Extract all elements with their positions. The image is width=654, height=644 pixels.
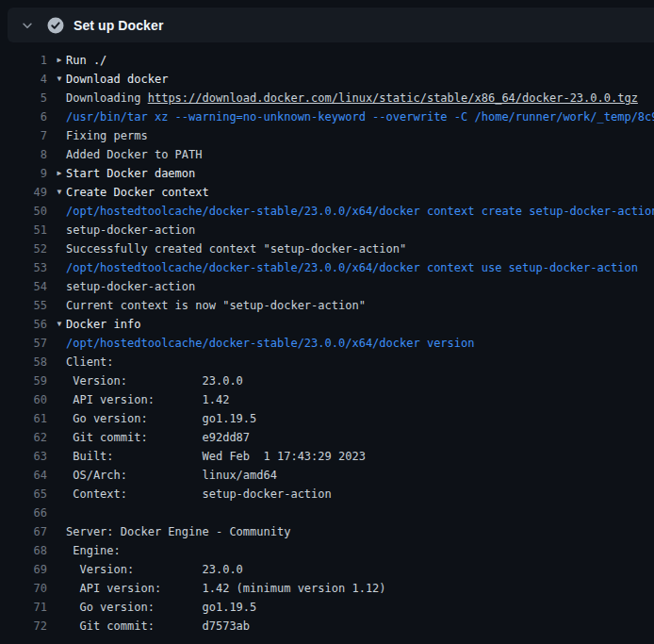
log-line: 6/usr/bin/tar xz --warning=no-unknown-ke… xyxy=(0,107,654,126)
line-number[interactable]: 60 xyxy=(0,390,47,409)
line-number[interactable]: 53 xyxy=(0,258,47,277)
log-line: 59 Version: 23.0.0 xyxy=(0,372,654,390)
group-title[interactable]: Docker info xyxy=(66,315,140,334)
log-link[interactable]: https://download.docker.com/linux/static… xyxy=(148,91,638,105)
line-number[interactable]: 59 xyxy=(0,372,47,390)
line-number[interactable]: 5 xyxy=(0,89,47,107)
step-title: Set up Docker xyxy=(74,18,163,33)
log-group-row[interactable]: 49▼Create Docker context xyxy=(0,183,654,202)
group-collapsed-icon[interactable]: ▶ xyxy=(54,164,65,183)
log-group-row[interactable]: 9▶Start Docker daemon xyxy=(0,164,654,183)
log-text-segment: Git commit: e92dd87 xyxy=(66,431,250,444)
line-number[interactable]: 6 xyxy=(0,107,47,126)
line-number[interactable]: 4 xyxy=(0,70,47,89)
line-number[interactable]: 72 xyxy=(0,617,47,636)
log-line: 55Current context is now "setup-docker-a… xyxy=(0,296,654,315)
line-number[interactable]: 58 xyxy=(0,353,47,372)
log-text-segment: /opt/hostedtoolcache/docker-stable/23.0.… xyxy=(66,205,654,218)
log-text-segment: Fixing perms xyxy=(66,129,148,142)
line-number[interactable]: 55 xyxy=(0,296,47,315)
log-text: Go version: go1.19.5 xyxy=(66,409,256,428)
line-number[interactable]: 8 xyxy=(0,145,47,164)
log-group-row[interactable]: 4▼Download docker xyxy=(0,70,654,89)
log-text: Context: setup-docker-action xyxy=(66,485,332,504)
log-text-segment: Current context is now "setup-docker-act… xyxy=(66,299,366,312)
log-text-segment: Git commit: d7573ab xyxy=(66,619,250,633)
line-number[interactable]: 57 xyxy=(0,334,47,353)
group-title[interactable]: Download docker xyxy=(66,70,168,89)
line-number[interactable]: 56 xyxy=(0,315,47,334)
line-number[interactable]: 71 xyxy=(0,598,47,617)
log-text: Server: Docker Engine - Community xyxy=(66,522,290,541)
line-number[interactable]: 64 xyxy=(0,466,47,485)
log-line: 71 Go version: go1.19.5 xyxy=(0,598,654,617)
line-number[interactable]: 51 xyxy=(0,221,47,239)
log-text-segment: /usr/bin/tar xz --warning=no-unknown-key… xyxy=(66,110,654,124)
log-text: /opt/hostedtoolcache/docker-stable/23.0.… xyxy=(66,258,638,277)
group-expanded-icon[interactable]: ▼ xyxy=(54,315,65,334)
log-text-segment: Engine: xyxy=(66,544,121,557)
log-text-segment: Context: setup-docker-action xyxy=(66,487,332,501)
line-number[interactable]: 52 xyxy=(0,239,47,258)
line-number[interactable]: 65 xyxy=(0,485,47,504)
log-line: 8Added Docker to PATH xyxy=(0,145,654,164)
log-text: Fixing perms xyxy=(66,126,148,145)
log-text: Version: 23.0.0 xyxy=(66,372,243,390)
log-text: Version: 23.0.0 xyxy=(66,560,243,579)
log-line: 58Client: xyxy=(0,353,654,372)
log-text-segment: Go version: go1.19.5 xyxy=(66,412,256,425)
line-number[interactable]: 54 xyxy=(0,277,47,296)
group-title[interactable]: Start Docker daemon xyxy=(66,164,195,183)
log-line: 5Downloading https://download.docker.com… xyxy=(0,89,654,107)
line-number[interactable]: 62 xyxy=(0,428,47,447)
line-number[interactable]: 66 xyxy=(0,504,47,522)
group-expanded-icon[interactable]: ▼ xyxy=(54,70,65,89)
log-text: API version: 1.42 (minimum version 1.12) xyxy=(66,579,386,598)
log-text: OS/Arch: linux/amd64 xyxy=(66,466,277,485)
log-line: 7Fixing perms xyxy=(0,126,654,145)
log-line: 69 Version: 23.0.0 xyxy=(0,560,654,579)
line-number[interactable]: 50 xyxy=(0,202,47,221)
log-text: Added Docker to PATH xyxy=(66,145,203,164)
log-text: Downloading https://download.docker.com/… xyxy=(66,89,638,107)
log-text: Client: xyxy=(66,353,114,372)
line-number[interactable]: 70 xyxy=(0,579,47,598)
log-text: setup-docker-action xyxy=(66,221,195,239)
log-line: 54setup-docker-action xyxy=(0,277,654,296)
log-text: Successfully created context "setup-dock… xyxy=(66,239,406,258)
log-line: 60 API version: 1.42 xyxy=(0,390,654,409)
line-number[interactable]: 1 xyxy=(0,51,47,70)
group-expanded-icon[interactable]: ▼ xyxy=(54,183,65,202)
group-collapsed-icon[interactable]: ▶ xyxy=(54,51,65,70)
log-text-segment: Built: Wed Feb 1 17:43:29 2023 xyxy=(66,450,366,463)
log-text-segment: OS/Arch: linux/amd64 xyxy=(66,469,277,482)
log-line: 66 xyxy=(0,504,654,522)
line-number[interactable]: 7 xyxy=(0,126,47,145)
line-number[interactable]: 49 xyxy=(0,183,47,202)
log-line: 50/opt/hostedtoolcache/docker-stable/23.… xyxy=(0,202,654,221)
log-text-segment: /opt/hostedtoolcache/docker-stable/23.0.… xyxy=(66,261,638,274)
log-text-segment: Go version: go1.19.5 xyxy=(66,601,256,614)
line-number[interactable]: 63 xyxy=(0,447,47,466)
log-text: /opt/hostedtoolcache/docker-stable/23.0.… xyxy=(66,334,474,353)
log-text-segment: API version: 1.42 xyxy=(66,393,229,406)
log-line: 64 OS/Arch: linux/amd64 xyxy=(0,466,654,485)
line-number[interactable]: 61 xyxy=(0,409,47,428)
log-line: 61 Go version: go1.19.5 xyxy=(0,409,654,428)
group-title[interactable]: Run ./ xyxy=(66,51,106,70)
log-group-row[interactable]: 56▼Docker info xyxy=(0,315,654,334)
line-number[interactable]: 68 xyxy=(0,541,47,560)
chevron-down-icon[interactable] xyxy=(17,19,38,32)
group-title[interactable]: Create Docker context xyxy=(66,183,209,202)
log-line: 70 API version: 1.42 (minimum version 1.… xyxy=(0,579,654,598)
line-number[interactable]: 69 xyxy=(0,560,47,579)
line-number[interactable]: 9 xyxy=(0,164,47,183)
log-text: API version: 1.42 xyxy=(66,390,229,409)
log-line: 72 Git commit: d7573ab xyxy=(0,617,654,636)
log-group-row[interactable]: 1▶Run ./ xyxy=(0,51,654,70)
step-header[interactable]: Set up Docker xyxy=(8,8,654,42)
line-number[interactable]: 67 xyxy=(0,522,47,541)
log-line: 53/opt/hostedtoolcache/docker-stable/23.… xyxy=(0,258,654,277)
log-line: 52Successfully created context "setup-do… xyxy=(0,239,654,258)
log-line: 67Server: Docker Engine - Community xyxy=(0,522,654,541)
